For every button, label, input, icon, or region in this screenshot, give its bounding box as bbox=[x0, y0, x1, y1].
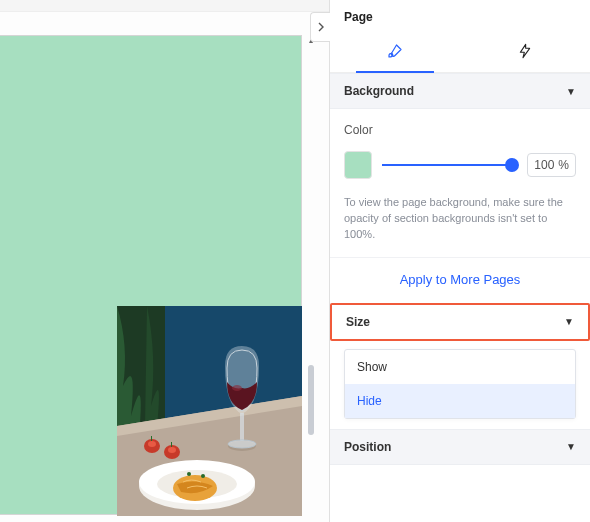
dropdown-option-show[interactable]: Show bbox=[345, 350, 575, 384]
section-size-label: Size bbox=[346, 315, 370, 329]
chevron-down-icon: ▼ bbox=[566, 86, 576, 97]
lightning-icon bbox=[517, 43, 533, 59]
opacity-input[interactable]: 100 % bbox=[527, 153, 576, 177]
svg-rect-15 bbox=[171, 442, 172, 447]
section-background-header[interactable]: Background ▼ bbox=[330, 73, 590, 109]
vertical-scrollbar[interactable]: ▴ bbox=[306, 35, 316, 522]
svg-rect-18 bbox=[240, 413, 244, 441]
panel-tabs bbox=[330, 30, 590, 73]
chevron-down-icon: ▼ bbox=[564, 316, 574, 327]
canvas-page[interactable] bbox=[0, 35, 302, 515]
section-position-label: Position bbox=[344, 440, 391, 454]
slider-track bbox=[382, 164, 517, 166]
opacity-value: 100 bbox=[534, 158, 554, 172]
opacity-unit: % bbox=[558, 158, 569, 172]
section-background-body: Color 100 % To view the page background,… bbox=[330, 109, 590, 257]
slider-thumb[interactable] bbox=[505, 158, 519, 172]
size-dropdown: Show Hide bbox=[344, 349, 576, 419]
editor-top-strip bbox=[0, 0, 329, 12]
chevron-down-icon: ▼ bbox=[566, 441, 576, 452]
dropdown-option-hide[interactable]: Hide bbox=[345, 384, 575, 418]
svg-rect-12 bbox=[151, 436, 152, 441]
scroll-thumb[interactable] bbox=[308, 365, 314, 435]
background-hint: To view the page background, make sure t… bbox=[344, 195, 576, 243]
inspector-panel: Page Background ▼ Color 100 bbox=[330, 0, 590, 522]
svg-point-9 bbox=[201, 474, 205, 478]
chevron-right-icon bbox=[316, 22, 326, 32]
canvas-area: ▴ bbox=[0, 0, 330, 522]
svg-point-14 bbox=[168, 447, 176, 453]
color-field-label: Color bbox=[344, 123, 576, 137]
canvas-image[interactable] bbox=[117, 306, 302, 516]
tab-design[interactable] bbox=[330, 30, 460, 72]
svg-point-8 bbox=[187, 472, 191, 476]
section-size-header[interactable]: Size ▼ bbox=[330, 303, 590, 341]
svg-point-11 bbox=[148, 441, 156, 447]
color-swatch[interactable] bbox=[344, 151, 372, 179]
panel-title: Page bbox=[330, 0, 590, 30]
opacity-slider[interactable] bbox=[382, 157, 517, 173]
apply-to-more-pages-link[interactable]: Apply to More Pages bbox=[330, 257, 590, 303]
svg-point-17 bbox=[232, 385, 242, 391]
tab-interactions[interactable] bbox=[460, 30, 590, 72]
section-background-label: Background bbox=[344, 84, 414, 98]
panel-collapse-toggle[interactable] bbox=[310, 12, 330, 42]
canvas-viewport[interactable] bbox=[0, 35, 305, 522]
brush-icon bbox=[386, 42, 404, 60]
section-position-header[interactable]: Position ▼ bbox=[330, 429, 590, 465]
